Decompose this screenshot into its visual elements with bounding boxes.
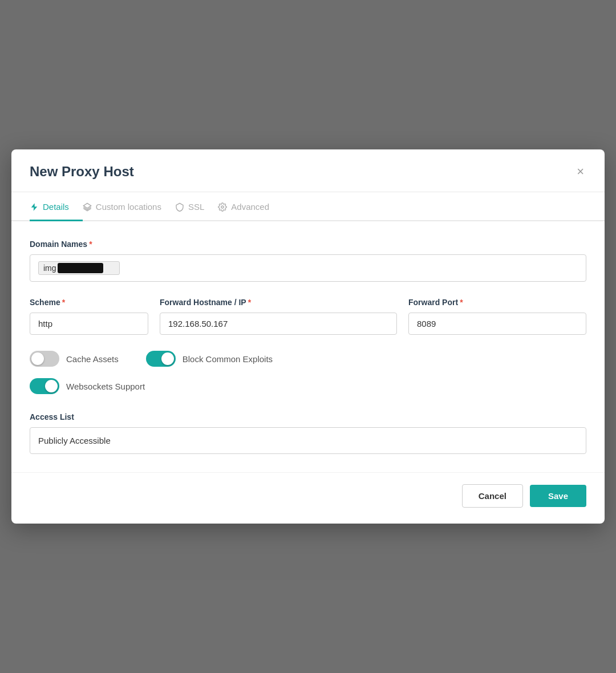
modal-title: New Proxy Host: [30, 164, 134, 180]
domain-tag: img: [38, 261, 120, 275]
cache-assets-thumb: [31, 352, 44, 365]
block-exploits-track: [146, 351, 176, 367]
cache-assets-toggle[interactable]: [30, 351, 59, 367]
modal-overlay: New Proxy Host × Details: [0, 0, 616, 673]
domain-names-input-container[interactable]: img: [30, 254, 586, 282]
cache-assets-label: Cache Assets: [66, 354, 119, 364]
toggles-row-1: Cache Assets Block Common Exploits: [30, 351, 586, 367]
domain-names-required: *: [89, 240, 92, 249]
redacted-text: [58, 263, 103, 273]
access-list-label: Access List: [30, 412, 586, 421]
modal-header: New Proxy Host ×: [11, 149, 605, 192]
block-exploits-thumb: [161, 352, 174, 365]
tab-ssl[interactable]: SSL: [175, 192, 218, 221]
tab-advanced-label: Advanced: [231, 202, 269, 212]
websockets-track: [30, 378, 59, 394]
websockets-label: Websockets Support: [66, 382, 145, 391]
scheme-label: Scheme*: [30, 298, 148, 307]
scheme-hostname-port-row: Scheme* Forward Hostname / IP* Forward P…: [30, 298, 586, 335]
svg-point-1: [221, 206, 224, 208]
forward-hostname-input[interactable]: [160, 313, 397, 335]
tab-custom-locations-label: Custom locations: [96, 202, 161, 212]
tabs-bar: Details Custom locations: [11, 192, 605, 221]
access-list-select[interactable]: Publicly Accessible: [30, 427, 586, 454]
block-exploits-toggle[interactable]: [146, 351, 176, 367]
toggles-row-2: Websockets Support: [30, 378, 586, 394]
modal-footer: Cancel Save: [11, 472, 605, 524]
block-exploits-label: Block Common Exploits: [183, 354, 273, 364]
access-list-section: Access List Publicly Accessible: [30, 412, 586, 454]
shield-icon: [175, 201, 184, 212]
forward-port-field: Forward Port*: [408, 298, 586, 335]
block-exploits-toggle-item: Block Common Exploits: [146, 351, 273, 367]
forward-port-input[interactable]: [408, 313, 586, 335]
tab-details-label: Details: [43, 202, 69, 212]
bolt-icon: [30, 201, 39, 212]
cancel-button[interactable]: Cancel: [462, 484, 523, 508]
gear-icon: [218, 201, 227, 212]
scheme-field: Scheme*: [30, 298, 148, 335]
modal-body: Domain Names* img Scheme*: [11, 221, 605, 472]
websockets-toggle[interactable]: [30, 378, 59, 394]
domain-names-field: Domain Names* img: [30, 240, 586, 282]
tab-advanced[interactable]: Advanced: [218, 192, 283, 221]
save-button[interactable]: Save: [530, 485, 586, 507]
cache-assets-track: [30, 351, 59, 367]
websockets-thumb: [45, 380, 58, 392]
modal-dialog: New Proxy Host × Details: [11, 149, 605, 524]
forward-port-label: Forward Port*: [408, 298, 586, 307]
layers-icon: [83, 201, 92, 212]
websockets-toggle-item: Websockets Support: [30, 378, 145, 394]
scheme-input[interactable]: [30, 313, 148, 335]
tab-details[interactable]: Details: [30, 192, 83, 221]
close-button[interactable]: ×: [574, 163, 586, 180]
tab-custom-locations[interactable]: Custom locations: [83, 192, 175, 221]
domain-names-label: Domain Names*: [30, 240, 586, 249]
forward-hostname-label: Forward Hostname / IP*: [160, 298, 397, 307]
forward-hostname-field: Forward Hostname / IP*: [160, 298, 397, 335]
cache-assets-toggle-item: Cache Assets: [30, 351, 119, 367]
tab-ssl-label: SSL: [188, 202, 204, 212]
